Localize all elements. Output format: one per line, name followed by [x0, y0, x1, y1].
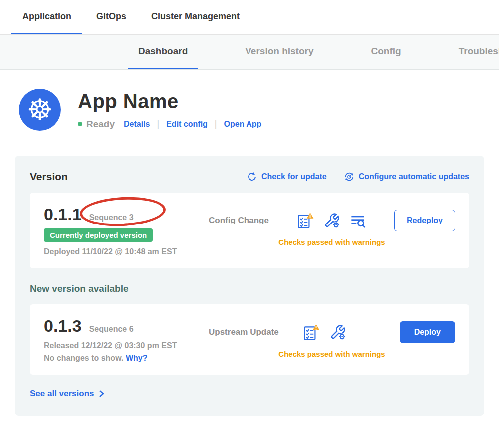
tab-troubleshoot[interactable]: Troubleshoot — [449, 35, 499, 69]
new-version-card: 0.1.3 Sequence 6 Released 12/12/22 @ 03:… — [30, 304, 469, 375]
check-for-update-button[interactable]: Check for update — [247, 171, 327, 182]
current-version-number: 0.1.1 — [44, 205, 82, 224]
page-title: App Name — [78, 90, 261, 113]
preflight-checks-warning-icon[interactable] — [297, 212, 314, 229]
current-sequence-label: Sequence 3 — [89, 213, 134, 222]
edit-config-wrench-icon[interactable] — [330, 324, 346, 340]
annotation-red-ellipse — [79, 195, 167, 228]
app-header: ☸ App Name Ready Details | Edit config |… — [19, 89, 499, 131]
see-all-versions-label: See all versions — [30, 389, 94, 399]
refresh-icon — [247, 171, 257, 182]
edit-config-wrench-icon[interactable] — [324, 213, 340, 228]
chevron-right-icon — [98, 390, 104, 398]
deployed-timestamp: Deployed 11/10/22 @ 10:48 am EST — [44, 247, 209, 256]
version-panel: Version Check for update — [15, 156, 484, 416]
change-source-label: Config Change — [209, 216, 269, 225]
checks-warning-text: Checks passed with warnings — [209, 350, 455, 358]
check-for-update-label: Check for update — [261, 172, 327, 181]
divider: | — [215, 119, 217, 129]
top-tab-gitops[interactable]: GitOps — [85, 0, 137, 34]
tab-config[interactable]: Config — [361, 35, 411, 69]
schedule-update-icon — [344, 171, 355, 182]
change-source-label: Upstream Update — [209, 327, 279, 337]
currently-deployed-badge: Currently deployed version — [44, 228, 153, 242]
see-all-versions-link[interactable]: See all versions — [30, 389, 469, 399]
status-text: Ready — [86, 119, 115, 130]
ready-status-dot-icon — [78, 122, 82, 126]
current-version-card: 0.1.1 Sequence 3 Currently deployed vers… — [30, 193, 469, 268]
tab-dashboard[interactable]: Dashboard — [128, 35, 198, 69]
new-version-number: 0.1.3 — [44, 316, 82, 336]
no-changes-text: No changes to show. — [44, 354, 123, 362]
top-nav: Application GitOps Cluster Management — [0, 0, 499, 35]
configure-automatic-updates-button[interactable]: Configure automatic updates — [344, 171, 469, 182]
kubernetes-logo-icon: ☸ — [19, 89, 61, 131]
deploy-button[interactable]: Deploy — [400, 321, 455, 343]
details-link[interactable]: Details — [124, 120, 150, 129]
top-tab-application[interactable]: Application — [11, 0, 82, 34]
redeploy-button[interactable]: Redeploy — [394, 210, 455, 231]
released-timestamp: Released 12/12/22 @ 03:30 pm EST — [44, 341, 209, 350]
why-link[interactable]: Why? — [126, 354, 148, 362]
preflight-checks-warning-icon[interactable] — [303, 324, 320, 341]
new-sequence-label: Sequence 6 — [89, 325, 134, 334]
edit-config-link[interactable]: Edit config — [166, 120, 208, 129]
version-panel-title: Version — [30, 171, 68, 183]
open-app-link[interactable]: Open App — [224, 120, 262, 129]
top-tab-cluster-management[interactable]: Cluster Management — [140, 0, 250, 34]
tab-version-history[interactable]: Version history — [235, 35, 323, 69]
view-files-search-icon[interactable] — [350, 213, 366, 228]
divider: | — [157, 119, 160, 129]
configure-automatic-updates-label: Configure automatic updates — [359, 172, 469, 181]
sub-nav: Dashboard Version history Config Trouble… — [0, 35, 499, 70]
checks-warning-text: Checks passed with warnings — [209, 238, 455, 246]
new-version-heading: New version available — [30, 283, 469, 294]
